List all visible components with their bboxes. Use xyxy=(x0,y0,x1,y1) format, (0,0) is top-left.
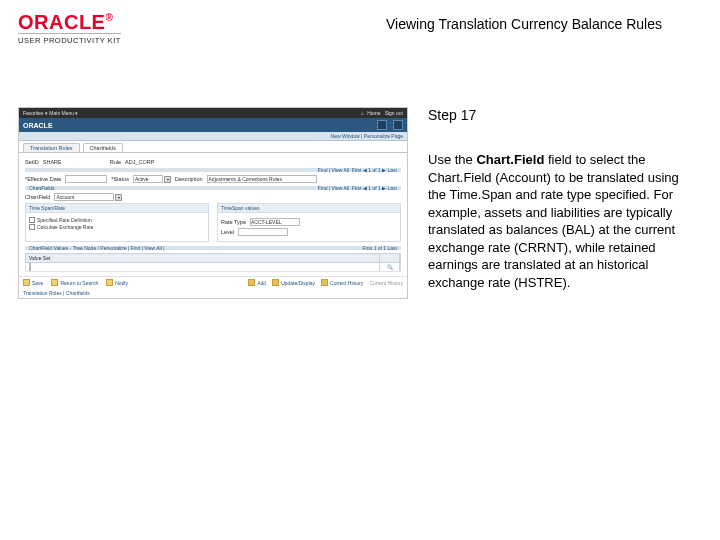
ratetype-input[interactable]: ACCT-LEVEL xyxy=(250,218,300,226)
notify-icon xyxy=(106,279,113,286)
opt-calc-rate[interactable]: Calculate Exchange Rate xyxy=(29,224,205,230)
ss-footer: Save Return to Search Notify Add Update/… xyxy=(19,276,407,288)
return-icon xyxy=(51,279,58,286)
ss-tabs: Translation Rules Chartfields xyxy=(19,141,407,153)
oracle-logo-text: ORACLE xyxy=(18,11,105,33)
nav-count: 1 of 1 xyxy=(368,185,381,191)
level-input[interactable] xyxy=(238,228,288,236)
opt-specified-rate[interactable]: Specified Rate Definition xyxy=(29,217,205,223)
effdate-input[interactable] xyxy=(65,175,107,183)
btn-label: Save xyxy=(32,280,43,286)
add-button[interactable]: Add xyxy=(248,279,266,286)
valueset-input[interactable] xyxy=(29,263,31,271)
desc-label: Description xyxy=(175,176,203,182)
ss-oracle-bar: ORACLE xyxy=(19,118,407,132)
level-label: Level xyxy=(221,229,234,235)
btn-label: Return to Search xyxy=(60,280,98,286)
status-label: *Status xyxy=(111,176,129,182)
btn-label: Add xyxy=(257,280,266,286)
setid-label: SetID xyxy=(25,159,39,165)
rule-label: Rule xyxy=(110,159,121,165)
nav-icon xyxy=(377,120,387,130)
history-icon xyxy=(321,279,328,286)
correct-button[interactable]: Correct History xyxy=(321,279,363,286)
rule-value: ADJ_CORP xyxy=(125,159,154,165)
btn-label: Update/Display xyxy=(281,280,315,286)
ss-home: Home xyxy=(367,110,380,116)
opt-label: Calculate Exchange Rate xyxy=(37,224,93,230)
grid-header: Value Set xyxy=(25,253,401,263)
desc-input[interactable]: Adjustments & Corrections Rules xyxy=(207,175,317,183)
timespan-rate-panel: Time Span/Rate Specified Rate Definition… xyxy=(25,203,209,242)
cf-header: ChartFields xyxy=(29,185,55,191)
nav-icon xyxy=(393,120,403,130)
find-link: Find | View All xyxy=(318,185,349,191)
notify-button[interactable]: Notify xyxy=(106,279,128,286)
first-link: First xyxy=(352,167,362,173)
save-button[interactable]: Save xyxy=(23,279,43,286)
step-label: Step 17 xyxy=(428,107,682,123)
tab-translation-rules[interactable]: Translation Rules xyxy=(23,143,80,152)
ratetype-label: Rate Type xyxy=(221,219,246,225)
ss-bottom-links: Translation Rules | Chartfields xyxy=(19,288,407,298)
home-icon: ⌂ xyxy=(361,110,364,116)
status-select[interactable]: Active▾ xyxy=(133,175,171,183)
tab-chartfields[interactable]: Chartfields xyxy=(83,143,123,152)
return-button[interactable]: Return to Search xyxy=(51,279,98,286)
cfv-header: ChartField Values - Tree Node / Personal… xyxy=(29,245,164,251)
ss-body: SetID SHARE Rule ADJ_CORP Find | View Al… xyxy=(19,153,407,276)
ss-breadcrumb: New Window | Personalize Page xyxy=(19,132,407,141)
effdate-label: *Effective Date xyxy=(25,176,61,182)
radio-icon xyxy=(29,217,35,223)
radio-icon xyxy=(29,224,35,230)
lookup-icon[interactable]: 🔍 xyxy=(380,263,400,271)
chevron-down-icon: ▾ xyxy=(164,176,171,183)
chevron-down-icon: ▾ xyxy=(115,194,122,201)
find-link: Find | View All xyxy=(318,167,349,173)
logo-block: ORACLE® USER PRODUCTIVITY KIT xyxy=(18,12,121,45)
desc-pre: Use the xyxy=(428,152,476,167)
oracle-logo: ORACLE® xyxy=(18,12,121,32)
cfv-bar: ChartField Values - Tree Node / Personal… xyxy=(25,246,401,250)
instruction-column: Step 17 Use the Chart.Field field to sel… xyxy=(428,107,682,291)
nav-count: 1 of 1 xyxy=(368,167,381,173)
cfv-nav: First 1 of 1 Last xyxy=(363,245,397,251)
col-valueset: Value Set xyxy=(26,254,380,262)
grid-row: 🔍 xyxy=(25,263,401,272)
desc-post: field to select the Chart.Field (Account… xyxy=(428,152,679,290)
chartfield-label: ChartField xyxy=(25,194,50,200)
first-link: First xyxy=(352,185,362,191)
cf-bar: ChartFields Find | View All First ◀ 1 of… xyxy=(25,186,401,190)
add-icon xyxy=(248,279,255,286)
col-icon xyxy=(380,254,400,262)
opt-label: Specified Rate Definition xyxy=(37,217,92,223)
setid-value: SHARE xyxy=(43,159,62,165)
btn-label: Notify xyxy=(115,280,128,286)
last-link: Last xyxy=(388,167,397,173)
chartfield-value: Account xyxy=(54,193,114,201)
oracle-subtitle: USER PRODUCTIVITY KIT xyxy=(18,33,121,45)
timespan-values-panel: TimeSpan values Rate TypeACCT-LEVEL Leve… xyxy=(217,203,401,242)
grid-bar: Find | View All First ◀ 1 of 1 ▶ Last xyxy=(25,168,401,172)
ss-top-right: ⌂ Home Sign out xyxy=(361,110,403,116)
panel-header: TimeSpan values xyxy=(218,204,400,213)
step-description: Use the Chart.Field field to select the … xyxy=(428,151,682,291)
desc-bold: Chart.Field xyxy=(476,152,544,167)
page-title: Viewing Translation Currency Balance Rul… xyxy=(386,12,702,32)
btn-label: Current History xyxy=(369,280,403,286)
update-icon xyxy=(272,279,279,286)
chartfield-select[interactable]: Account▾ xyxy=(54,193,122,201)
ss-signout: Sign out xyxy=(385,110,403,116)
status-value: Active xyxy=(133,175,163,183)
app-screenshot: Favorites ▾ Main Menu ▾ ⌂ Home Sign out … xyxy=(18,107,408,299)
save-icon xyxy=(23,279,30,286)
ss-menu: Favorites ▾ Main Menu ▾ xyxy=(23,110,78,116)
last-link: Last xyxy=(388,185,397,191)
panel-header: Time Span/Rate xyxy=(26,204,208,213)
btn-label: Correct History xyxy=(330,280,363,286)
ss-bar-icons xyxy=(377,120,403,130)
cell-valueset xyxy=(26,263,380,271)
ss-topbar: Favorites ▾ Main Menu ▾ ⌂ Home Sign out xyxy=(19,108,407,118)
update-button[interactable]: Update/Display xyxy=(272,279,315,286)
ss-oracle-logo: ORACLE xyxy=(23,122,53,129)
